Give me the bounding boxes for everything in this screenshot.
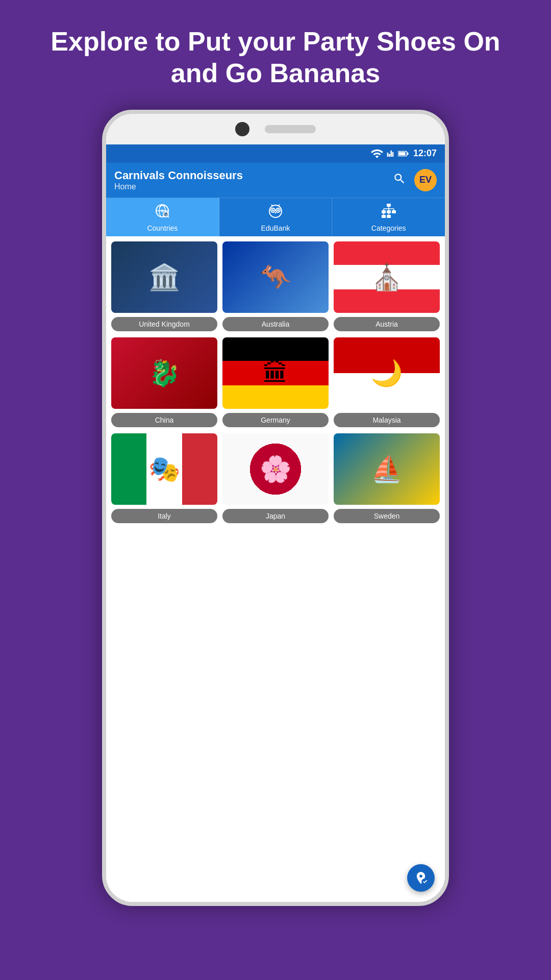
country-label-uk: United Kingdom [111,317,217,331]
country-label-italy: Italy [111,509,217,523]
grid-row-2: China Germany Malaysia [111,337,440,427]
svg-rect-14 [387,204,391,207]
categories-icon [381,203,396,222]
country-label-germany: Germany [222,413,329,427]
svg-rect-25 [382,215,386,218]
country-img-malaysia [334,337,440,409]
country-label-malaysia: Malaysia [334,413,440,427]
country-img-austria [334,241,440,313]
tab-categories-label: Categories [371,224,406,232]
svg-point-27 [421,878,428,885]
status-bar: 12:07 [106,144,445,163]
signal-icon [387,150,395,158]
battery-icon [398,150,409,158]
country-card-germany[interactable]: Germany [222,337,329,427]
country-card-uk[interactable]: United Kingdom [111,241,217,331]
country-card-china[interactable]: China [111,337,217,427]
svg-point-12 [272,209,274,211]
grid-row-1: United Kingdom Australia Austria [111,241,440,331]
countries-icon [155,203,170,222]
country-img-sweden [334,433,440,505]
svg-rect-21 [387,210,391,213]
tab-edubank-label: EduBank [261,224,290,232]
tab-categories[interactable]: Categories [332,198,445,236]
country-img-australia [222,241,329,313]
country-img-uk [111,241,217,313]
svg-rect-22 [392,210,396,213]
status-time: 12:07 [413,148,437,159]
app-bar-left: Carnivals Connoisseurs Home [114,169,243,191]
svg-point-13 [277,209,279,211]
app-subtitle: Home [114,182,243,191]
fab-button[interactable] [407,864,435,892]
app-title: Carnivals Connoisseurs [114,169,243,182]
wifi-icon [370,147,384,160]
grid-row-3: Italy Japan Sweden [111,433,440,523]
tab-edubank[interactable]: EduBank [219,198,333,236]
country-card-japan[interactable]: Japan [222,433,329,523]
country-img-italy [111,433,217,505]
tab-countries[interactable]: Countries [106,198,219,236]
promo-text: Explore to Put your Party Shoes On and G… [0,0,551,110]
country-label-sweden: Sweden [334,509,440,523]
phone-speaker [265,125,316,133]
app-bar-actions: EV [393,169,437,191]
edubank-icon [268,203,283,222]
phone-screen: 12:07 Carnivals Connoisseurs Home EV [106,144,445,902]
tab-countries-label: Countries [147,224,178,232]
svg-rect-1 [398,152,405,155]
svg-rect-20 [382,210,386,213]
country-card-australia[interactable]: Australia [222,241,329,331]
country-card-sweden[interactable]: Sweden [334,433,440,523]
country-card-austria[interactable]: Austria [334,241,440,331]
svg-point-6 [161,209,164,212]
phone-notch [106,114,445,144]
phone-camera [235,122,249,136]
search-button[interactable] [393,172,406,188]
country-img-china [111,337,217,409]
country-card-malaysia[interactable]: Malaysia [334,337,440,427]
svg-line-8 [168,216,169,217]
app-logo-badge[interactable]: EV [414,169,437,191]
country-img-germany [222,337,329,409]
svg-rect-26 [387,215,391,218]
country-label-austria: Austria [334,317,440,331]
country-img-japan [222,433,329,505]
phone-frame: 12:07 Carnivals Connoisseurs Home EV [102,110,449,906]
svg-rect-2 [407,153,409,155]
app-bar: Carnivals Connoisseurs Home EV [106,163,445,198]
countries-grid: United Kingdom Australia Austria China [106,236,445,902]
country-label-china: China [111,413,217,427]
country-label-japan: Japan [222,509,329,523]
country-card-italy[interactable]: Italy [111,433,217,523]
nav-tabs: Countries [106,198,445,236]
status-icons [370,147,409,160]
country-label-australia: Australia [222,317,329,331]
